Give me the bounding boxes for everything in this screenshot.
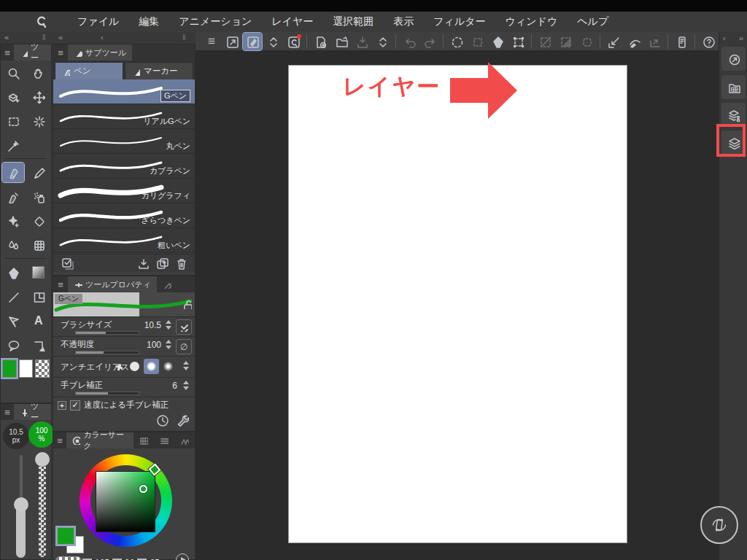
snap-ruler-icon[interactable]	[604, 33, 623, 50]
subtool-tab-pen[interactable]: ペン	[55, 62, 123, 79]
invert-selection-icon[interactable]	[556, 33, 575, 50]
bar-collapse-icon[interactable]	[263, 33, 282, 50]
delete-subtool-icon[interactable]	[171, 257, 190, 270]
brush-item-araipen[interactable]: 粗いペン	[53, 228, 195, 253]
blend-tool-icon[interactable]	[2, 235, 24, 254]
edit-mode-icon[interactable]	[243, 33, 262, 50]
menu-edit[interactable]: 編集	[139, 15, 159, 28]
gradient-tool-icon[interactable]	[28, 262, 50, 282]
menu-window[interactable]: ウィンドウ	[506, 15, 558, 28]
menu-view[interactable]: 表示	[393, 15, 414, 28]
reselect-icon[interactable]	[468, 33, 487, 50]
pencil-tool-icon[interactable]	[28, 163, 50, 182]
main-color-swatch[interactable]	[2, 359, 17, 378]
canvas[interactable]	[288, 65, 627, 543]
snap-grid-icon[interactable]	[645, 33, 664, 50]
speed-stabilization-checkbox[interactable]: ✓	[70, 400, 80, 411]
canvas-area[interactable]	[196, 51, 719, 560]
menu-file[interactable]: ファイル	[77, 15, 119, 28]
frame-border-tool-icon[interactable]	[28, 287, 50, 306]
color-wheel-tab[interactable]: カラーサーク	[66, 432, 133, 448]
tool-panel-menu-icon[interactable]: ≡	[1, 47, 14, 58]
antialias-stepper[interactable]	[183, 361, 189, 370]
open-file-icon[interactable]	[332, 33, 351, 50]
figure-tool-icon[interactable]	[2, 287, 24, 306]
wrench-icon[interactable]	[176, 413, 189, 429]
selection-tool-icon[interactable]	[2, 111, 24, 131]
menu-selection[interactable]: 選択範囲	[333, 15, 374, 28]
opacity-source-button[interactable]: ∅	[176, 339, 192, 354]
color-slider-tab[interactable]	[154, 432, 174, 448]
antialias-weak-button[interactable]	[127, 359, 142, 374]
collapse-subtool-icon[interactable]: «	[58, 33, 63, 42]
tool-panel-tab[interactable]: ツー	[14, 44, 51, 61]
correct-line-tool-icon[interactable]	[28, 335, 50, 354]
material-button[interactable]	[721, 75, 746, 99]
brush-detail-tab[interactable]	[157, 276, 177, 292]
navigator-button[interactable]	[721, 47, 746, 71]
clip-studio-home-icon[interactable]	[284, 33, 303, 50]
stabilization-stepper[interactable]	[183, 381, 189, 390]
brush-item-gpen[interactable]: Gペン	[53, 79, 195, 104]
slider-panel-menu-icon[interactable]: ≡	[1, 407, 14, 418]
zoom-tool-icon[interactable]	[2, 63, 24, 82]
subtool-tab[interactable]: サブツール	[68, 44, 132, 61]
toolprop-tab[interactable]: ツールプロパティ	[68, 276, 157, 292]
slider-panel-tab[interactable]: ツー	[14, 404, 51, 420]
brush-size-source-button[interactable]	[176, 319, 192, 335]
brush-item-zaratsuki[interactable]: ざらつきペン	[53, 203, 195, 228]
help-icon[interactable]	[699, 33, 718, 50]
sub-color-swatch[interactable]	[19, 359, 34, 378]
antialias-none-button[interactable]	[110, 359, 125, 374]
brush-item-realgpen[interactable]: リアルGペン	[53, 104, 195, 129]
reset-property-icon[interactable]	[155, 413, 169, 429]
transparent-color-swatch[interactable]	[35, 359, 50, 378]
fill-selection-icon[interactable]	[488, 33, 507, 50]
expand-selection-icon[interactable]	[576, 33, 595, 50]
brush-item-marupen[interactable]: 丸ペン	[53, 129, 195, 154]
subtool-menu-icon[interactable]: ≡	[53, 47, 68, 58]
companion-device-icon[interactable]	[672, 33, 691, 50]
import-subtool-icon[interactable]	[133, 257, 152, 270]
snap-special-ruler-icon[interactable]	[624, 33, 643, 50]
antialias-strong-button[interactable]	[160, 359, 176, 374]
approx-color-tab[interactable]	[174, 432, 195, 448]
fullscreen-icon[interactable]	[222, 33, 241, 50]
multi-select-icon[interactable]	[58, 257, 77, 270]
brush-item-calligraphy[interactable]: カリグラフィ	[53, 179, 195, 203]
deselect-icon[interactable]	[447, 33, 466, 50]
balloon-tool-icon[interactable]	[2, 335, 24, 354]
redo-icon[interactable]	[420, 33, 439, 50]
sv-square[interactable]	[96, 471, 155, 532]
opacity-slider[interactable]	[75, 351, 139, 354]
sidebar-expand-icon[interactable]: »	[739, 34, 743, 42]
drag-handle2-icon[interactable]: ‖	[182, 33, 186, 42]
eraser-tool-icon[interactable]	[28, 211, 50, 230]
lock-icon[interactable]	[181, 298, 192, 312]
menu-animation[interactable]: アニメーション	[179, 15, 252, 28]
brush-size-stepper[interactable]	[166, 320, 171, 330]
figure-grid-tool-icon[interactable]	[28, 235, 50, 254]
auto-select-tool-icon[interactable]	[28, 111, 50, 131]
panel-tool-icon[interactable]	[2, 311, 24, 330]
undo-icon[interactable]	[400, 33, 419, 50]
main-menu-icon[interactable]: ≡	[202, 33, 221, 50]
opacity-slider-knob[interactable]	[35, 452, 50, 467]
opacity-stepper[interactable]	[166, 340, 171, 349]
menu-help[interactable]: ヘルプ	[577, 15, 608, 28]
collapse-prop-icon[interactable]: ‹	[101, 33, 104, 42]
new-canvas-icon[interactable]	[311, 33, 330, 50]
brush-item-kaburapen[interactable]: カブラペン	[53, 154, 195, 179]
clear-selection-icon[interactable]	[535, 33, 554, 50]
drag-handle-icon[interactable]: ‖	[42, 33, 46, 42]
color-panel-menu-icon[interactable]: ≡	[53, 435, 66, 446]
hand-tool-icon[interactable]	[28, 63, 50, 82]
airbrush-tool-icon[interactable]	[28, 187, 50, 206]
expand-plus-icon[interactable]: +	[58, 401, 66, 410]
pen-tool-icon[interactable]	[2, 163, 24, 182]
duplicate-subtool-icon[interactable]	[152, 257, 171, 270]
crop-frame-icon[interactable]	[508, 33, 527, 50]
main-color-well[interactable]	[57, 527, 74, 545]
color-set-tab[interactable]	[133, 432, 154, 448]
toolprop-menu-icon[interactable]: ≡	[53, 279, 68, 290]
